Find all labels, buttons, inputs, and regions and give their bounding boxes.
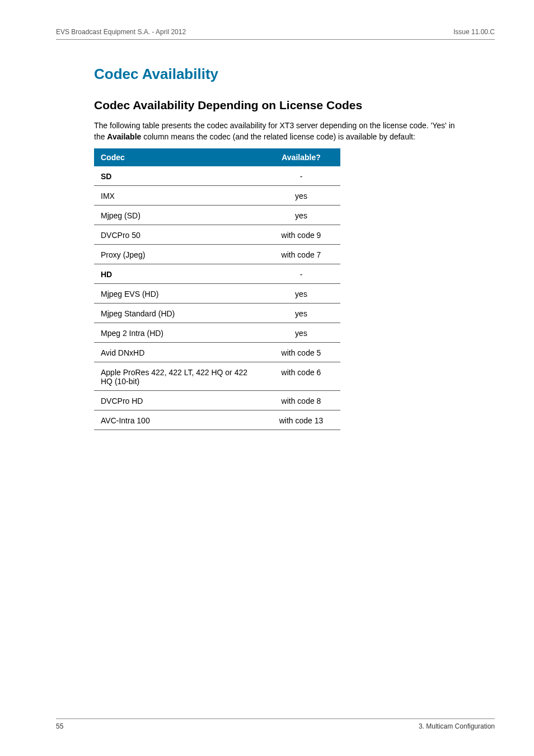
table-header-row: Codec Available? (94, 148, 340, 166)
header-left: EVS Broadcast Equipment S.A. - April 201… (56, 28, 186, 36)
running-footer: 55 3. Multicam Configuration (0, 718, 534, 730)
codec-name-cell: HD (94, 264, 262, 283)
section-title: Codec Availability (94, 66, 459, 83)
header-rule (56, 39, 495, 40)
table-row: Mpeg 2 Intra (HD)yes (94, 323, 340, 342)
available-cell: with code 7 (262, 244, 340, 264)
chapter-label: 3. Multicam Configuration (419, 722, 495, 730)
codec-name-cell: DVCPro HD (94, 390, 262, 410)
col-header-available: Available? (262, 148, 340, 166)
codec-name-cell: AVC-Intra 100 (94, 410, 262, 430)
subsection-title: Codec Availability Depending on License … (94, 99, 459, 112)
available-cell: yes (262, 185, 340, 205)
page-number: 55 (56, 722, 63, 730)
available-cell: - (262, 264, 340, 283)
table-row: AVC-Intra 100with code 13 (94, 410, 340, 430)
table-row: Apple ProRes 422, 422 LT, 422 HQ or 422 … (94, 362, 340, 390)
table-row: HD- (94, 264, 340, 283)
available-cell: with code 9 (262, 225, 340, 244)
available-cell: with code 6 (262, 362, 340, 390)
codec-name-cell: Mjpeg EVS (HD) (94, 283, 262, 303)
codec-name-cell: Avid DNxHD (94, 342, 262, 362)
intro-bold: Available (107, 132, 141, 141)
intro-paragraph: The following table presents the codec a… (94, 120, 459, 143)
codec-name-cell: Mpeg 2 Intra (HD) (94, 323, 262, 342)
page-frame: EVS Broadcast Equipment S.A. - April 201… (0, 0, 534, 430)
codec-name-cell: DVCPro 50 (94, 225, 262, 244)
codec-name-cell: Mjpeg Standard (HD) (94, 303, 262, 323)
codec-name-cell: Mjpeg (SD) (94, 205, 262, 225)
table-row: Avid DNxHDwith code 5 (94, 342, 340, 362)
available-cell: with code 8 (262, 390, 340, 410)
col-header-codec: Codec (94, 148, 262, 166)
table-row: Mjpeg EVS (HD)yes (94, 283, 340, 303)
table-row: IMXyes (94, 185, 340, 205)
available-cell: - (262, 166, 340, 186)
table-row: DVCPro HDwith code 8 (94, 390, 340, 410)
available-cell: yes (262, 303, 340, 323)
codec-name-cell: Apple ProRes 422, 422 LT, 422 HQ or 422 … (94, 362, 262, 390)
table-row: Proxy (Jpeg)with code 7 (94, 244, 340, 264)
available-cell: yes (262, 323, 340, 342)
footer-row: 55 3. Multicam Configuration (56, 722, 495, 730)
header-right: Issue 11.00.C (453, 28, 495, 36)
available-cell: with code 5 (262, 342, 340, 362)
table-row: Mjpeg Standard (HD)yes (94, 303, 340, 323)
footer-rule (56, 718, 495, 719)
codec-table-body: SD-IMXyesMjpeg (SD)yesDVCPro 50with code… (94, 166, 340, 430)
codec-table: Codec Available? SD-IMXyesMjpeg (SD)yesD… (94, 148, 340, 430)
available-cell: yes (262, 205, 340, 225)
codec-name-cell: Proxy (Jpeg) (94, 244, 262, 264)
content-block: Codec Availability Codec Availability De… (56, 66, 459, 430)
codec-name-cell: SD (94, 166, 262, 186)
running-header: EVS Broadcast Equipment S.A. - April 201… (56, 28, 495, 39)
table-row: DVCPro 50with code 9 (94, 225, 340, 244)
table-row: SD- (94, 166, 340, 186)
available-cell: with code 13 (262, 410, 340, 430)
codec-name-cell: IMX (94, 185, 262, 205)
table-row: Mjpeg (SD)yes (94, 205, 340, 225)
available-cell: yes (262, 283, 340, 303)
intro-post: column means the codec (and the related … (141, 132, 415, 141)
